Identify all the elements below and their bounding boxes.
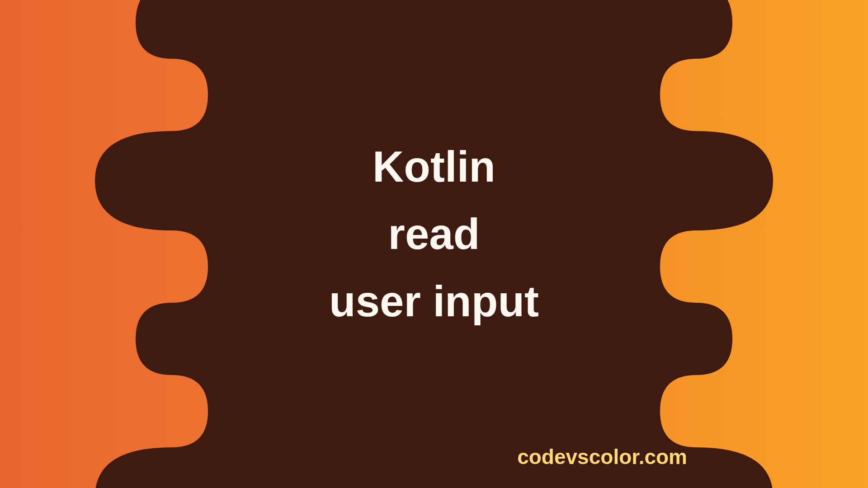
title-line-2: read [329, 201, 539, 268]
title-line-3: user input [329, 268, 539, 335]
site-label: codevscolor.com [517, 445, 687, 469]
title-line-1: Kotlin [329, 133, 539, 201]
main-title: Kotlin read user input [329, 133, 539, 335]
